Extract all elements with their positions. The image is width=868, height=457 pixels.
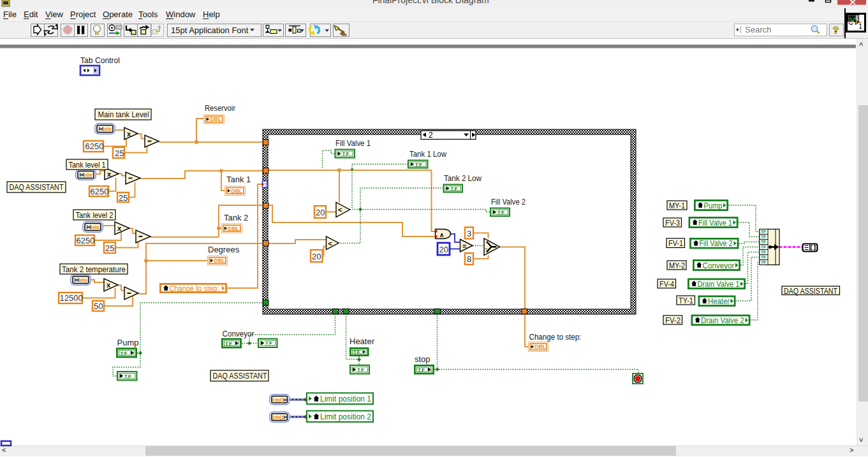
svg-text:Degrees: Degrees: [208, 245, 240, 254]
svg-text:x: x: [107, 170, 112, 178]
svg-text:DBL: DBL: [214, 258, 225, 264]
svg-text:TF: TF: [761, 245, 766, 249]
svg-text:Drain Valve 1: Drain Valve 1: [698, 279, 740, 289]
svg-text:TF: TF: [418, 367, 425, 373]
svg-text:Pump: Pump: [704, 201, 723, 210]
svg-text:8: 8: [467, 254, 471, 264]
svg-text:3: 3: [467, 229, 471, 238]
svg-text:TY-1: TY-1: [679, 296, 693, 305]
svg-text:Drain Valve 2: Drain Valve 2: [701, 316, 744, 325]
svg-text:Tab Control: Tab Control: [80, 55, 120, 65]
svg-text:Limit position 1: Limit position 1: [320, 394, 371, 403]
svg-text:Tank level 2: Tank level 2: [76, 210, 114, 220]
svg-text:FV-2: FV-2: [665, 316, 680, 325]
svg-text:∧: ∧: [439, 231, 444, 238]
svg-text:⋈: ⋈: [79, 171, 85, 178]
svg-text:<: <: [328, 240, 332, 247]
svg-text:DAQ ASSISTANT: DAQ ASSISTANT: [10, 182, 64, 192]
svg-text:DAQ ASSISTANT: DAQ ASSISTANT: [213, 371, 267, 381]
svg-text:?: ?: [264, 182, 267, 187]
svg-text:TF: TF: [761, 250, 766, 254]
svg-text:TF: TF: [415, 162, 423, 168]
svg-text:⋈: ⋈: [98, 126, 104, 132]
svg-text:Fill Valve 2: Fill Valve 2: [700, 238, 733, 248]
svg-text:Fill Valve 2: Fill Valve 2: [491, 197, 526, 207]
svg-text:Conveyor: Conveyor: [223, 329, 255, 338]
svg-text:⋈: ⋈: [283, 414, 288, 420]
svg-text:Change to step:: Change to step:: [170, 284, 219, 293]
svg-text:20: 20: [439, 245, 448, 254]
svg-text:TF: TF: [265, 340, 273, 346]
svg-text:MY-1: MY-1: [669, 201, 685, 210]
svg-text:TF: TF: [121, 351, 128, 356]
svg-text:FV-4: FV-4: [659, 279, 674, 289]
svg-text:TF: TF: [761, 240, 766, 244]
svg-text:Limit position 2: Limit position 2: [320, 412, 371, 421]
svg-text:DAQ ASSISTANT: DAQ ASSISTANT: [784, 286, 837, 296]
svg-text:20: 20: [316, 208, 325, 217]
svg-text:DBL: DBL: [228, 226, 239, 232]
svg-text:TF: TF: [225, 341, 233, 347]
svg-text:Tank 2 temperature: Tank 2 temperature: [62, 265, 126, 274]
svg-text:DBL: DBL: [232, 188, 242, 194]
svg-text:dbl: dbl: [104, 126, 112, 132]
svg-text:Pump: Pump: [117, 338, 139, 347]
svg-text:6250: 6250: [77, 236, 95, 245]
svg-text:Reservoir: Reservoir: [205, 103, 236, 113]
svg-text:TF: TF: [342, 151, 350, 157]
svg-text:25: 25: [105, 243, 114, 253]
svg-text:TF: TF: [761, 229, 766, 234]
svg-text:Tank 2: Tank 2: [224, 213, 248, 222]
svg-text:Heater: Heater: [708, 296, 730, 306]
svg-text:x: x: [107, 281, 111, 289]
svg-text:20: 20: [312, 252, 321, 261]
svg-text:stop: stop: [415, 354, 430, 364]
svg-text:=: =: [462, 242, 466, 250]
svg-text:Tank 2 Low: Tank 2 Low: [444, 173, 482, 183]
svg-text:x: x: [117, 224, 122, 232]
svg-text:Fill Valve 1: Fill Valve 1: [698, 218, 732, 228]
svg-text:12500: 12500: [60, 293, 83, 303]
svg-text:DBL: DBL: [535, 344, 546, 350]
svg-text:<: <: [338, 206, 342, 214]
svg-text:Tank 1: Tank 1: [226, 175, 251, 184]
svg-text:Change to step:: Change to step:: [529, 332, 582, 342]
svg-text:FV-1: FV-1: [668, 238, 683, 248]
svg-text:?: ?: [485, 247, 487, 252]
svg-text:MY-2: MY-2: [669, 261, 685, 270]
svg-text:2: 2: [429, 131, 433, 140]
svg-text:dbl: dbl: [85, 172, 92, 178]
svg-text:Heater: Heater: [349, 337, 375, 346]
svg-text:FV-3: FV-3: [665, 218, 680, 228]
svg-text:[db[]: [db[]: [273, 397, 284, 403]
svg-text:⋈: ⋈: [283, 397, 288, 403]
svg-text:Fill Valve 1: Fill Valve 1: [335, 138, 371, 148]
svg-text:x: x: [127, 130, 131, 138]
svg-text:TF: TF: [353, 349, 360, 355]
svg-text:[db[]: [db[]: [273, 414, 284, 420]
svg-text:TF: TF: [761, 235, 766, 239]
svg-text:TF: TF: [761, 255, 766, 259]
svg-text:TF: TF: [451, 186, 459, 192]
svg-text:TF: TF: [497, 210, 505, 215]
svg-text:TF: TF: [124, 374, 132, 379]
svg-text:DBL: DBL: [210, 116, 221, 122]
svg-text:dbl: dbl: [80, 277, 87, 283]
svg-text:⋈: ⋈: [74, 277, 80, 283]
svg-text:6250: 6250: [85, 141, 104, 151]
svg-text:TF: TF: [761, 260, 766, 265]
svg-text:25: 25: [115, 149, 124, 158]
svg-text:Tank 1 Low: Tank 1 Low: [409, 149, 447, 159]
svg-text:dbl: dbl: [92, 224, 99, 230]
svg-text:6250: 6250: [91, 187, 109, 196]
svg-text:Conveyor: Conveyor: [703, 261, 735, 270]
svg-text:TF: TF: [357, 367, 365, 373]
svg-text:25: 25: [119, 193, 128, 203]
svg-text:Tank level 1: Tank level 1: [69, 160, 106, 170]
svg-text:⋈: ⋈: [86, 224, 92, 230]
svg-text:Main tank Level: Main tank Level: [98, 110, 149, 119]
svg-text:50: 50: [94, 301, 103, 311]
